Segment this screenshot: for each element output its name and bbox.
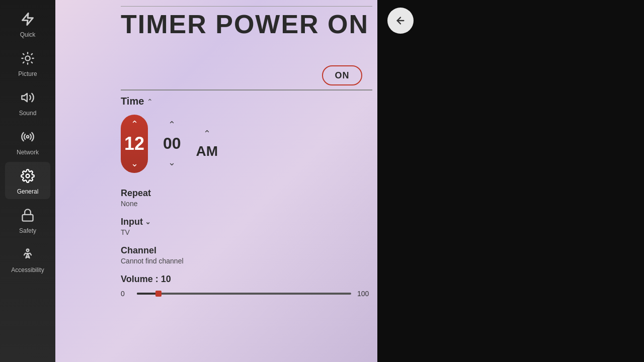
svg-marker-10 (22, 94, 27, 102)
section-divider (121, 89, 372, 90)
top-divider (121, 6, 372, 7)
volume-slider-track[interactable] (137, 293, 351, 295)
general-icon (18, 166, 38, 186)
volume-max-label: 100 (357, 290, 372, 298)
input-label: Input ⌄ (121, 217, 372, 227)
accessibility-icon (18, 244, 38, 264)
safety-icon (18, 205, 38, 225)
svg-line-9 (31, 54, 32, 55)
ampm-control: ⌃ AM (196, 128, 218, 159)
volume-slider-thumb[interactable] (155, 291, 162, 297)
sidebar-item-picture[interactable]: Picture (5, 44, 50, 81)
sidebar: Quick Picture Sound (0, 0, 55, 362)
sidebar-item-general-label: General (17, 188, 39, 195)
minute-control: ⌃ 00 ⌄ (163, 119, 181, 168)
svg-point-12 (26, 174, 30, 178)
repeat-row: Repeat None (121, 188, 372, 208)
input-value: TV (121, 228, 372, 236)
svg-point-14 (27, 249, 29, 252)
ampm-value: AM (196, 143, 218, 159)
volume-label: Volume : 10 (121, 274, 372, 285)
svg-point-11 (27, 136, 29, 138)
picture-icon (18, 48, 38, 68)
repeat-value: None (121, 200, 372, 208)
sidebar-item-sound-label: Sound (19, 110, 37, 117)
sidebar-item-accessibility-label: Accessibility (11, 266, 44, 274)
minute-value: 00 (163, 134, 181, 153)
time-expand-icon[interactable]: ⌃ (147, 98, 153, 106)
hour-up-button[interactable]: ⌃ (131, 117, 138, 132)
sidebar-item-network-label: Network (17, 149, 39, 156)
volume-slider-row: 0 100 (121, 290, 372, 298)
time-header: Time ⌃ (121, 96, 372, 107)
sidebar-item-sound[interactable]: Sound (5, 83, 50, 121)
on-toggle-button[interactable]: ON (322, 65, 362, 85)
main-panel: TIMER POWER ON ON Time ⌃ ⌃ 12 ⌄ ⌃ 00 ⌄ (55, 0, 377, 362)
minute-down-button[interactable]: ⌄ (168, 157, 176, 168)
sidebar-item-general[interactable]: General (5, 162, 50, 199)
sound-icon (18, 87, 38, 108)
svg-point-1 (25, 56, 30, 60)
minute-up-button[interactable]: ⌃ (168, 119, 176, 130)
sidebar-item-safety[interactable]: Safety (5, 201, 50, 238)
sidebar-item-network[interactable]: Network (5, 123, 50, 160)
svg-marker-0 (23, 13, 33, 25)
input-expand-icon[interactable]: ⌄ (145, 218, 151, 226)
sidebar-item-picture-label: Picture (18, 70, 37, 77)
content-area: Time ⌃ ⌃ 12 ⌄ ⌃ 00 ⌄ ⌃ AM R (121, 96, 372, 357)
time-controls: ⌃ 12 ⌄ ⌃ 00 ⌄ ⌃ AM (121, 115, 372, 173)
svg-rect-13 (23, 215, 33, 221)
dark-area (377, 0, 644, 362)
input-row: Input ⌄ TV (121, 217, 372, 236)
svg-line-8 (23, 62, 24, 63)
sidebar-item-quick[interactable]: Quick (5, 5, 50, 42)
sidebar-item-quick-label: Quick (20, 31, 36, 38)
sidebar-item-accessibility[interactable]: Accessibility (5, 240, 50, 278)
page-title: TIMER POWER ON (121, 9, 369, 39)
hour-down-button[interactable]: ⌄ (131, 156, 138, 171)
time-label: Time (121, 96, 144, 107)
quick-icon (18, 9, 38, 29)
hour-value: 12 (124, 132, 144, 156)
hour-control: ⌃ 12 ⌄ (121, 115, 148, 173)
svg-line-4 (23, 54, 24, 55)
network-icon (18, 127, 38, 147)
ampm-up-button[interactable]: ⌃ (203, 128, 211, 139)
repeat-label: Repeat (121, 188, 372, 199)
on-toggle-label: ON (335, 70, 350, 81)
channel-row: Channel Cannot find channel (121, 245, 372, 265)
channel-value: Cannot find channel (121, 257, 372, 265)
channel-label: Channel (121, 245, 372, 256)
back-button[interactable] (387, 8, 414, 34)
sidebar-item-safety-label: Safety (19, 227, 36, 234)
svg-line-5 (31, 62, 32, 63)
volume-min-label: 0 (121, 290, 131, 298)
